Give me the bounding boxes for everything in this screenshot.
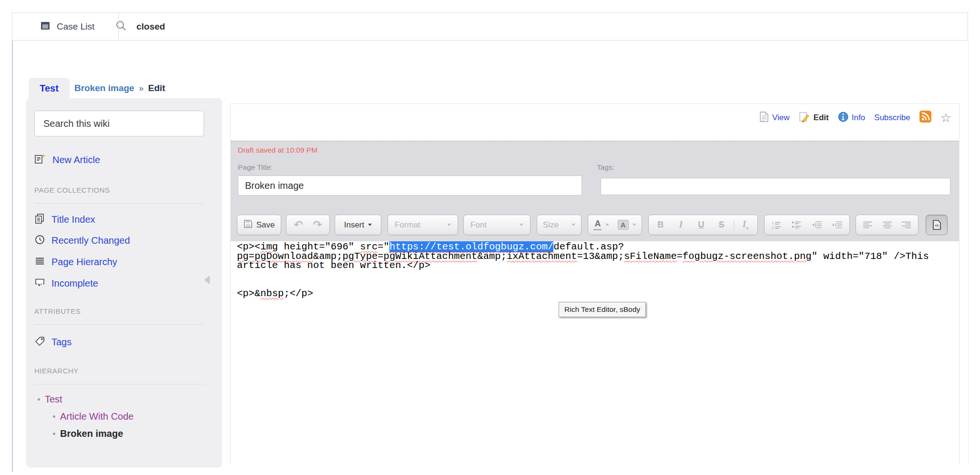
bullet-icon [53,433,55,435]
hierarchy-item-article-with-code[interactable]: Article With Code [53,411,134,422]
new-article-label: New Article [52,155,100,165]
indent-icon [832,220,843,229]
case-list-icon [40,21,51,33]
save-button[interactable]: Save [241,215,278,235]
align-left-icon [863,221,873,229]
page-actions: View Edit Info Subscribe ☆ [755,111,951,124]
outdent-icon [811,220,822,229]
topbar-divider [118,13,119,40]
undo-icon: ↶ [294,219,303,230]
view-link[interactable]: View [759,111,790,124]
indent-button [829,215,846,235]
sidebar-collapse-arrow[interactable] [204,276,210,284]
insert-dropdown[interactable]: Insert [341,215,375,235]
redo-button: ↷ [310,215,325,235]
rss-button[interactable] [919,111,931,124]
tab-test-label: Test [40,83,59,94]
bullet-icon [53,415,55,418]
divider [734,220,734,230]
sidebar-item-label: Incomplete [51,278,98,289]
breadcrumb-page-link[interactable]: Broken image [74,83,134,93]
outdent-button [808,215,825,235]
editor-chrome: Draft saved at 10:09 PM Page Title: Tags… [231,141,959,241]
bullet-icon [38,398,40,401]
sidebar-item-incomplete[interactable]: Incomplete [34,277,98,290]
redo-icon: ↷ [313,219,322,230]
svg-text:1: 1 [772,221,774,225]
italic-icon: I [675,220,686,230]
chevron-down-icon [520,224,523,226]
case-list-button[interactable]: Case List [12,21,94,33]
toolbar-group-text-style: B I U S Ix [648,215,758,235]
top-bar: Case List [12,12,968,41]
tags-label: Tags: [597,163,614,172]
tags-input[interactable] [601,178,950,195]
strikethrough-button: S [713,215,730,235]
bold-icon: B [655,220,666,230]
align-right-button [898,215,914,235]
bullet-list-button [788,215,805,235]
toolbar-group-undo-redo: ↶ ↷ [286,215,330,235]
favorite-star-button[interactable]: ☆ [940,112,951,124]
source-textarea[interactable]: <p><img height="696" src="https://test.o… [231,241,959,465]
sidebar-item-recently-changed[interactable]: Recently Changed [34,234,130,247]
toolbar-group-insert: Insert [335,215,381,235]
chevron-down-icon [368,224,372,226]
align-right-icon [901,221,911,229]
new-article-icon [34,153,46,166]
align-center-button [879,215,895,235]
hierarchy-item-test[interactable]: Test [38,394,62,405]
sidebar-item-label: Tags [51,337,71,348]
chevron-down-icon [572,224,575,226]
text-color-button: A [591,215,612,235]
global-search-input[interactable] [136,21,899,32]
background-color-icon: A [618,220,629,230]
toolbar-group-align [856,215,919,235]
hierarchy-item-label: Test [45,394,62,405]
breadcrumb-separator: » [137,83,146,93]
divider [34,203,204,204]
breadcrumb: Broken image » Edit [74,83,165,93]
source-toggle-button[interactable]: ‹› [926,215,948,235]
search-icon[interactable] [115,20,127,33]
topbar-search [94,20,968,33]
info-icon [838,112,848,124]
toolbar-group-lists: 12 [764,215,850,235]
edit-link[interactable]: Edit [799,111,829,124]
star-icon: ☆ [940,112,951,124]
editor-tooltip: Rich Text Editor, sBody [559,302,646,317]
subscribe-label: Subscribe [874,113,910,123]
source-code-icon: ‹› [932,219,942,230]
hierarchy-item-label: Broken image [60,428,123,439]
toolbar-group-size: Size [537,215,582,235]
sidebar-item-page-hierarchy[interactable]: Page Hierarchy [34,256,117,268]
subscribe-link[interactable]: Subscribe [874,113,910,123]
save-label: Save [256,220,275,230]
underline-icon: U [695,220,707,230]
info-link[interactable]: Info [838,112,865,124]
new-article-button[interactable]: New Article [34,153,100,166]
save-floppy-icon [244,219,253,230]
clock-icon [34,234,45,247]
draft-status: Draft saved at 10:09 PM [238,146,317,155]
view-label: View [772,113,790,123]
font-dropdown-label: Font [470,220,487,230]
wiki-search-input[interactable] [34,111,204,136]
insert-label: Insert [344,220,365,230]
page-title-label: Page Title: [238,163,273,172]
case-list-label: Case List [57,21,94,32]
tag-icon [34,336,45,349]
toolbar-group-colors: A A [588,215,642,235]
sidebar-item-title-index[interactable]: Title Index [34,213,95,226]
divider [34,384,204,384]
align-left-button [860,215,876,235]
toolbar-group-save: Save [237,215,281,235]
bold-button: B [652,215,669,235]
hierarchy-item-broken-image[interactable]: Broken image [53,428,123,439]
sidebar-item-tags[interactable]: Tags [34,336,71,349]
tab-test[interactable]: Test [29,78,70,99]
sidebar-item-label: Title Index [51,214,95,225]
divider [34,324,204,325]
page-title-input[interactable] [238,176,582,196]
section-page-collections: PAGE COLLECTIONS [34,186,110,194]
